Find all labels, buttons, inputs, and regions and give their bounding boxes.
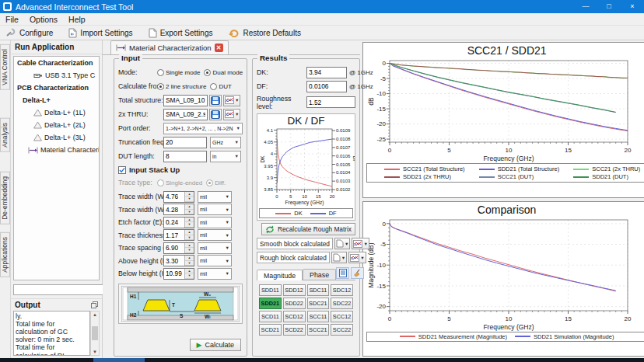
sparam-button-scd11[interactable]: SCD11: [259, 311, 282, 322]
tab-phase[interactable]: Phase: [303, 269, 336, 280]
sparam-button-scc21[interactable]: SCC21: [307, 324, 330, 336]
tree-item[interactable]: Delta-L+ (2L): [14, 119, 99, 131]
thru-input[interactable]: [163, 109, 208, 120]
tab-vna-control[interactable]: VNA Control: [0, 44, 10, 90]
tab-de-embedding[interactable]: De-embedding: [0, 172, 10, 225]
smooth-block-plot-button[interactable]: ▼: [352, 238, 369, 249]
truncation-unit-select[interactable]: GHz▼: [210, 137, 241, 148]
sparam-button-sdc11[interactable]: SDC11: [307, 284, 330, 296]
stackup-value-stepper[interactable]: ▲▼: [163, 204, 194, 215]
unit-select[interactable]: mil▼: [198, 255, 232, 266]
sparam-button-sdc22[interactable]: SDC22: [331, 298, 353, 309]
unit-select[interactable]: mil▼: [198, 242, 232, 254]
maximize-button[interactable]: □: [597, 0, 621, 13]
dut-length-unit-select[interactable]: in▼: [210, 151, 241, 162]
stackup-value-stepper[interactable]: ▲▼: [163, 242, 194, 254]
sparam-button-scc11[interactable]: SCC11: [307, 311, 330, 322]
stackup-value-stepper[interactable]: ▲▼: [163, 229, 194, 241]
port-order-select[interactable]: 1->N+1, 2->N+2, ... , N->2N▼: [163, 123, 243, 134]
configure-button[interactable]: Configure: [3, 27, 55, 38]
scroll-thumb[interactable]: [92, 326, 98, 340]
sparam-button-sdd22[interactable]: SDD22: [283, 298, 306, 309]
tree-item[interactable]: Delta-L+ (1L): [14, 106, 99, 119]
scroll-down-icon[interactable]: ▼: [93, 349, 97, 355]
roughness-level-field[interactable]: [306, 96, 355, 108]
truncation-freq-input[interactable]: [163, 137, 207, 148]
thru-browse-button[interactable]: [209, 109, 222, 120]
spinner-arrows[interactable]: ▲▼: [184, 218, 194, 228]
unit-select[interactable]: mil▼: [198, 191, 232, 203]
spinner-arrows[interactable]: ▲▼: [184, 256, 194, 266]
sparam-button-scc12[interactable]: SCC12: [331, 311, 353, 322]
tree-item[interactable]: Delta-L+: [14, 94, 99, 106]
sparam-button-scd21[interactable]: SCD21: [259, 324, 282, 336]
tree-item[interactable]: Delta-L+ (3L): [14, 131, 99, 144]
unit-select[interactable]: mil▼: [198, 229, 232, 241]
sparam-button-sdc21[interactable]: SDC21: [307, 298, 330, 309]
float-panel-icon[interactable]: [91, 301, 98, 308]
radio-2-line-structure[interactable]: [157, 83, 164, 90]
clear-plots-button[interactable]: [351, 267, 364, 279]
close-tab-icon[interactable]: ✕: [215, 44, 223, 52]
radio-single-mode[interactable]: [157, 69, 164, 76]
tree-item[interactable]: Material Characterization: [14, 144, 99, 156]
unit-select[interactable]: mil▼: [198, 204, 232, 215]
total-structure-browse-button[interactable]: [209, 95, 222, 106]
stackup-value-stepper[interactable]: ▲▼: [163, 191, 194, 203]
export-settings-button[interactable]: Export Settings: [146, 27, 215, 39]
tree-item[interactable]: PCB Characterization: [14, 82, 99, 94]
thru-plot-button[interactable]: ▼: [223, 109, 240, 120]
output-scrollbar[interactable]: ▲ ▼: [90, 311, 100, 356]
tab-magnitude[interactable]: Magnitude: [257, 270, 303, 280]
recalculate-rough-matrix-button[interactable]: Recalculate Rough Matrix: [261, 223, 355, 235]
spinner-arrows[interactable]: ▲▼: [184, 192, 194, 202]
input-stack-up-checkbox[interactable]: [118, 166, 126, 174]
sparam-button-sdd12[interactable]: SDD12: [283, 284, 306, 296]
command-input[interactable]: [13, 284, 110, 295]
output-log[interactable]: ly.Total time for calculation of GC solv…: [13, 311, 90, 356]
sparam-button-sdd11[interactable]: SDD11: [259, 284, 282, 296]
radio-dual-mode[interactable]: [204, 69, 211, 76]
total-structure-input[interactable]: [163, 95, 208, 106]
material-characterization-icon: [116, 44, 126, 51]
stackup-value-stepper[interactable]: ▲▼: [163, 268, 194, 280]
scroll-up-icon[interactable]: ▲: [93, 312, 97, 318]
stackup-value-stepper[interactable]: ▲▼: [163, 217, 194, 228]
rough-block-plot-button[interactable]: ▼: [348, 252, 366, 263]
dk-value-field[interactable]: [306, 67, 347, 78]
sparam-button-sdc12[interactable]: SDC12: [331, 284, 353, 296]
calculate-button[interactable]: ▶ Calculate: [190, 339, 241, 351]
close-button[interactable]: ×: [621, 0, 644, 13]
menu-options[interactable]: Options: [24, 15, 63, 24]
legend-item: DK: [275, 210, 302, 217]
unit-select[interactable]: mil▼: [198, 217, 232, 228]
tab-analysis[interactable]: Analysis: [0, 118, 10, 152]
sparam-button-scc22[interactable]: SCC22: [331, 324, 353, 336]
spinner-arrows[interactable]: ▲▼: [184, 230, 194, 240]
sparam-button-scd22[interactable]: SCD22: [283, 324, 306, 336]
sparam-button-sdd21[interactable]: SDD21: [259, 298, 282, 309]
minimize-button[interactable]: —: [574, 0, 597, 13]
total-structure-plot-button[interactable]: ▼: [223, 95, 240, 106]
dut-length-input[interactable]: [163, 151, 207, 162]
df-value-field[interactable]: [306, 81, 347, 92]
stackup-value-stepper[interactable]: ▲▼: [163, 255, 194, 266]
radio-dut[interactable]: [210, 83, 217, 90]
menu-file[interactable]: File: [0, 15, 24, 24]
unit-select[interactable]: mil▼: [198, 268, 232, 280]
tab-applications[interactable]: Applications: [0, 232, 10, 277]
import-settings-button[interactable]: Import Settings: [66, 27, 135, 39]
spinner-arrows[interactable]: ▲▼: [184, 243, 194, 253]
spinner-arrows[interactable]: ▲▼: [184, 269, 194, 279]
tree-item[interactable]: Cable Characterization: [14, 57, 99, 69]
smooth-block-save-button[interactable]: ▼: [334, 238, 350, 249]
restore-defaults-button[interactable]: Restore Defaults: [226, 27, 303, 38]
spinner-arrows[interactable]: ▲▼: [184, 204, 194, 214]
tree-item[interactable]: USB 3.1 Type C: [14, 69, 99, 82]
menu-help[interactable]: Help: [63, 15, 91, 24]
svg-text:0: 0: [383, 220, 387, 227]
tab-material-characterization[interactable]: Material Characterization ✕: [110, 40, 229, 54]
report-button[interactable]: [336, 267, 349, 279]
sparam-button-scd12[interactable]: SCD12: [283, 311, 306, 322]
rough-block-save-button[interactable]: ▼: [331, 252, 347, 263]
